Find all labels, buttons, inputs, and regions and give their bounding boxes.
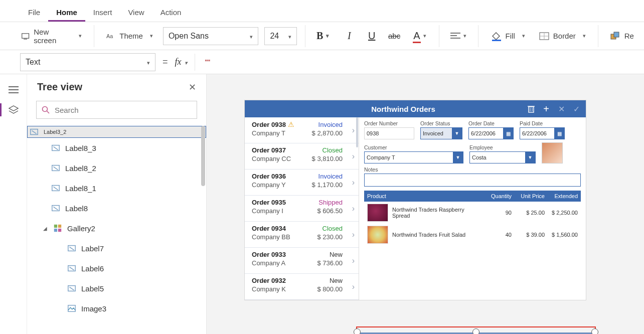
accept-icon[interactable]: ✓ xyxy=(572,104,581,113)
cancel-icon[interactable]: ✕ xyxy=(557,104,566,113)
line-unit: $ 39.00 xyxy=(512,232,545,238)
line-item[interactable]: Northwind Traders Raspberry Spread90$ 25… xyxy=(364,202,581,224)
order-item[interactable]: Order 0932NewCompany K$ 800.00› xyxy=(245,274,359,300)
lines-header: Product Quantity Unit Price Extended xyxy=(364,191,581,202)
svg-rect-0 xyxy=(22,33,29,38)
font-color-button[interactable]: A xyxy=(409,27,431,45)
separator xyxy=(305,25,305,47)
employee-label: Employee xyxy=(469,144,536,150)
order-item[interactable]: Order 0933NewCompany A$ 736.00› xyxy=(245,248,359,274)
menu-file[interactable]: File xyxy=(20,3,48,22)
reorder-button[interactable]: Re xyxy=(606,29,638,44)
col-product: Product xyxy=(367,193,478,199)
underline-button[interactable]: U xyxy=(364,27,380,45)
canvas[interactable]: Northwind Orders + ✕ ✓ Order 0938 ⚠Invoi… xyxy=(207,74,644,334)
order-item[interactable]: Order 0938 ⚠InvoicedCompany T$ 2,870.00› xyxy=(245,117,359,143)
tree-item-label: Label5 xyxy=(81,284,104,293)
col-ext: Extended xyxy=(545,193,578,199)
layers-icon xyxy=(9,105,19,114)
order-number-field[interactable]: 0938 xyxy=(364,127,414,139)
chevron-right-icon: › xyxy=(352,152,355,161)
menu-view[interactable]: View xyxy=(120,3,152,22)
tree-item-gallery2[interactable]: ◢Gallery2 xyxy=(27,218,206,238)
theme-label: Theme xyxy=(119,32,143,40)
tree-item-label8[interactable]: Label8 xyxy=(27,198,206,218)
label-icon xyxy=(51,143,60,152)
align-button[interactable] xyxy=(447,27,470,45)
tree-item-label8_1[interactable]: Label8_1 xyxy=(27,178,206,198)
label-icon xyxy=(67,244,76,253)
tree-item-label: Label3_2 xyxy=(44,129,66,135)
order-item[interactable]: Order 0934ClosedCompany BB$ 230.00› xyxy=(245,222,359,248)
add-icon[interactable]: + xyxy=(542,104,551,113)
svg-rect-22 xyxy=(54,225,57,228)
product-thumbnail xyxy=(367,226,388,244)
main-area: Tree view ✕ Label3_2Label8_3Label8_2Labe… xyxy=(0,74,644,334)
resize-handle[interactable] xyxy=(591,328,598,334)
search-input[interactable] xyxy=(54,105,192,115)
paid-date-label: Paid Date xyxy=(520,120,565,126)
tree-panel: Tree view ✕ Label3_2Label8_3Label8_2Labe… xyxy=(27,74,207,334)
selection-rectangle[interactable] xyxy=(356,326,596,334)
product-name: Northwind Traders Raspberry Spread xyxy=(392,207,478,219)
order-date-field[interactable]: 6/22/2006▦ xyxy=(468,127,514,139)
menu-action[interactable]: Action xyxy=(152,3,190,22)
scrollbar[interactable] xyxy=(356,117,359,300)
chevron-down-icon xyxy=(144,58,150,67)
app-body: Order 0938 ⚠InvoicedCompany T$ 2,870.00›… xyxy=(245,117,586,300)
font-family-dropdown[interactable]: Open Sans xyxy=(163,27,259,45)
collapse-icon[interactable]: ◢ xyxy=(43,226,48,231)
customer-dropdown[interactable]: Company T▼ xyxy=(364,151,463,163)
menu-home[interactable]: Home xyxy=(48,3,85,22)
search-icon xyxy=(42,106,50,114)
tree-view-tab[interactable] xyxy=(5,101,22,118)
tree-item-label3_2[interactable]: Label3_2 xyxy=(27,126,206,138)
border-button[interactable]: Border xyxy=(535,29,590,43)
tree-search[interactable] xyxy=(36,101,197,119)
formula-input[interactable]: "" xyxy=(202,58,638,66)
close-icon[interactable]: ✕ xyxy=(189,82,196,93)
property-dropdown[interactable]: Text xyxy=(20,53,155,71)
order-status-dropdown[interactable]: Invoiced▼ xyxy=(420,127,462,139)
theme-button[interactable]: Aa Theme xyxy=(102,29,157,44)
tree-item-label7[interactable]: Label7 xyxy=(27,238,206,258)
theme-icon: Aa xyxy=(106,32,115,41)
image-icon xyxy=(67,304,76,313)
tree-item-label: Label8_2 xyxy=(65,164,96,173)
order-item[interactable]: Order 0935ShippedCompany I$ 606.50› xyxy=(245,196,359,222)
paid-date-field[interactable]: 6/22/2006▦ xyxy=(520,127,565,139)
fx-button[interactable]: fx xyxy=(175,57,188,67)
tree-item-label: Label8_1 xyxy=(65,184,96,193)
align-icon xyxy=(450,32,460,40)
tree-item-label8_2[interactable]: Label8_2 xyxy=(27,158,206,178)
tree-item-image3[interactable]: Image3 xyxy=(27,298,206,318)
order-list[interactable]: Order 0938 ⚠InvoicedCompany T$ 2,870.00›… xyxy=(245,117,359,300)
tree-item-label: Image3 xyxy=(81,304,106,313)
new-screen-button[interactable]: New screen xyxy=(17,25,86,48)
italic-button[interactable]: I xyxy=(341,27,358,45)
resize-handle[interactable] xyxy=(472,328,479,334)
line-item[interactable]: Northwind Traders Fruit Salad40$ 39.00$ … xyxy=(364,224,581,246)
tree-item-label5[interactable]: Label5 xyxy=(27,278,206,298)
tree-item-label8_3[interactable]: Label8_3 xyxy=(27,138,206,158)
order-item[interactable]: Order 0936InvoicedCompany Y$ 1,170.00› xyxy=(245,170,359,196)
order-status-label: Order Status xyxy=(420,120,462,126)
new-screen-label: New screen xyxy=(34,28,72,45)
employee-dropdown[interactable]: Costa▼ xyxy=(469,151,536,163)
hamburger-button[interactable] xyxy=(5,81,22,98)
fill-button[interactable]: Fill xyxy=(487,28,529,44)
trash-icon[interactable] xyxy=(527,104,536,113)
resize-handle[interactable] xyxy=(354,328,361,334)
strikethrough-button[interactable]: abc xyxy=(386,27,403,45)
app-title-bar: Northwind Orders + ✕ ✓ xyxy=(245,100,586,117)
bold-button[interactable]: B xyxy=(313,27,335,45)
chevron-down-icon: ▼ xyxy=(525,152,535,163)
tree-item-label6[interactable]: Label6 xyxy=(27,258,206,278)
hamburger-icon xyxy=(9,86,19,93)
fill-label: Fill xyxy=(506,32,515,40)
menu-insert[interactable]: Insert xyxy=(85,3,120,22)
chevron-right-icon: › xyxy=(352,230,355,239)
font-size-dropdown[interactable]: 24 xyxy=(264,27,297,45)
notes-field[interactable] xyxy=(364,174,581,187)
order-item[interactable]: Order 0937ClosedCompany CC$ 3,810.00› xyxy=(245,143,359,170)
